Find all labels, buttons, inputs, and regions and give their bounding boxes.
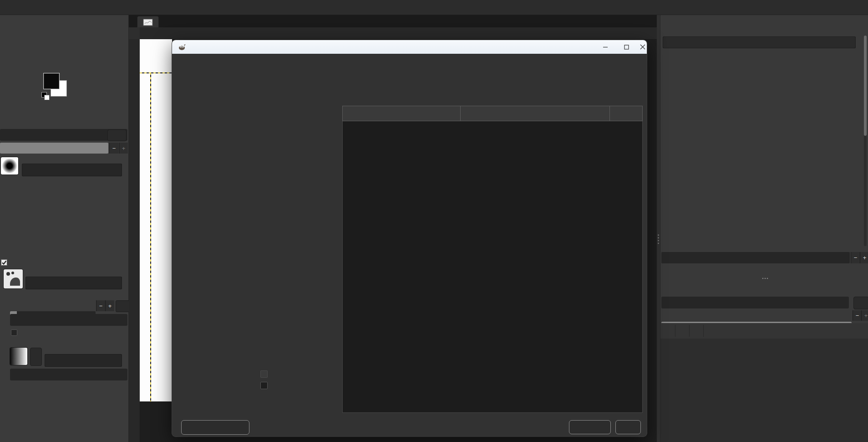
canvas[interactable] <box>140 39 172 401</box>
fg-color-swatch[interactable] <box>44 73 59 89</box>
gimp-window: − + − + <box>0 0 868 442</box>
image-tab-thumbnail <box>143 19 153 26</box>
column-header[interactable] <box>343 106 460 121</box>
horizontal-ruler[interactable] <box>140 27 657 40</box>
rename-all-button[interactable] <box>569 420 611 434</box>
right-dock: − + − + <box>660 15 868 442</box>
reverse-checkbox[interactable] <box>11 329 17 336</box>
mode-reset-button[interactable] <box>107 129 127 141</box>
reverse-row[interactable] <box>11 329 21 336</box>
reverse-gradient-button[interactable] <box>30 348 42 366</box>
close-button[interactable] <box>636 40 650 54</box>
layer-boundary-h <box>140 72 172 73</box>
dialog-title-bar[interactable] <box>172 40 647 54</box>
dynamics-field[interactable] <box>25 277 122 289</box>
ruler-corner <box>129 27 140 40</box>
repeat-select[interactable] <box>10 314 127 326</box>
spacing-increase-button[interactable]: + <box>860 252 868 263</box>
blend-space-select[interactable] <box>10 369 127 380</box>
opacity-increase-button[interactable]: + <box>119 143 128 154</box>
export-layer-names-button[interactable] <box>181 420 249 435</box>
dock-tab-icons <box>2 105 127 117</box>
fade-unit-select[interactable] <box>116 300 130 312</box>
gimp-icon <box>178 44 186 51</box>
layer-opacity-decrease[interactable]: − <box>853 310 862 321</box>
dynamics-thumbnail[interactable] <box>4 269 23 288</box>
maximize-button[interactable] <box>619 40 633 54</box>
brush-thumbnail[interactable] <box>1 157 18 175</box>
enable-dynamics-row[interactable] <box>1 259 11 266</box>
paint-mode-row[interactable] <box>0 129 127 141</box>
toolbox-panel: − + − + <box>0 15 129 442</box>
rename-selected-checkbox[interactable] <box>260 382 268 389</box>
gradient-thumbnail[interactable] <box>10 348 27 365</box>
dock-splitter[interactable] <box>657 15 660 442</box>
spacing-decrease-button[interactable]: − <box>851 252 860 263</box>
cancel-button[interactable] <box>615 420 641 434</box>
layer-boundary-v <box>150 72 151 401</box>
brush-filter-input[interactable] <box>663 36 856 48</box>
layer-opacity-increase[interactable]: + <box>861 310 868 321</box>
gradient-field[interactable] <box>45 354 122 367</box>
menu-bar <box>0 0 868 15</box>
minimize-button[interactable] <box>599 40 612 54</box>
image-tab[interactable] <box>137 16 159 28</box>
column-header[interactable] <box>460 106 609 121</box>
opacity-decrease-button[interactable]: − <box>109 143 118 154</box>
brush-name-field[interactable] <box>22 164 122 176</box>
layer-mode-row[interactable] <box>661 297 849 308</box>
fade-increase-button[interactable]: + <box>105 300 114 311</box>
vertical-ruler[interactable] <box>129 39 140 442</box>
layer-mode-reset-button[interactable] <box>853 297 868 309</box>
fg-bg-color-area[interactable] <box>44 73 75 101</box>
fade-decrease-button[interactable]: − <box>96 300 105 311</box>
layer-lock-bar <box>660 323 868 339</box>
column-header[interactable] <box>609 106 642 121</box>
tool-opacity-slider[interactable] <box>0 143 108 154</box>
brush-scrollbar[interactable] <box>864 36 867 246</box>
preview-table-header <box>342 106 643 121</box>
layer-list-bg <box>660 339 868 442</box>
preview-table-body <box>342 121 643 413</box>
rename-layers-dialog <box>172 40 647 437</box>
brush-spacing-slider[interactable] <box>661 252 850 263</box>
image-tab-strip <box>129 15 657 28</box>
case-sensitive-checkbox <box>260 370 268 378</box>
enable-dynamics-checkbox[interactable] <box>1 259 7 266</box>
dock-handle[interactable] <box>761 277 769 280</box>
